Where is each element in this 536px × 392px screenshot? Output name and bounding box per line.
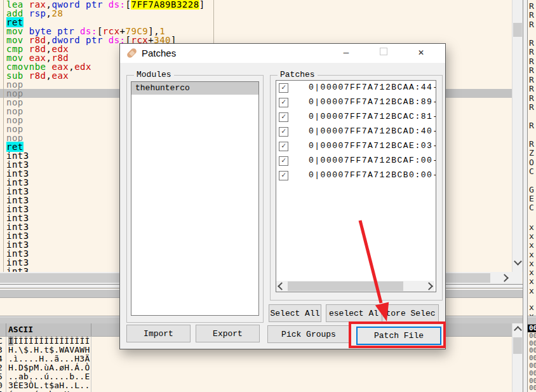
disasm-line[interactable]: ret	[0, 18, 512, 27]
scroll-right-button[interactable]	[498, 272, 511, 284]
disasm-line[interactable]: lea rax,qword ptr ds:[7FF7A89B3228]	[0, 0, 512, 9]
dump-row[interactable]: 5..ab...ú....b..E	[0, 372, 512, 381]
patch-list-item[interactable]: ✓0|00007FF7A712BCAA:44-	[276, 81, 436, 95]
patch-list-item[interactable]: ✓0|00007FF7A712BCAF:00-	[276, 154, 436, 168]
ascii-text: ÌÌÌÌÌÌÌÌÌÌÌÌÌÌÌÌ	[8, 337, 90, 346]
register-label-fragment: x	[529, 302, 534, 312]
patch-checkbox[interactable]: ✓	[279, 112, 288, 122]
chevron-right-icon	[500, 274, 509, 282]
patch-item-text: 0|00007FF7A712BCB0:00-	[309, 170, 436, 180]
disasm-token: 28	[51, 8, 63, 18]
register-label-fragment: x	[529, 222, 534, 232]
register-label-fragment: x	[529, 276, 534, 286]
patch-item-text: 0|00007FF7A712BCAF:00-	[309, 156, 436, 165]
patch-list-item[interactable]: ✓0|00007FF7A712BCB0:00-	[276, 168, 436, 183]
patch-list-item[interactable]: ✓0|00007FF7A712BCAC:81-	[276, 110, 436, 125]
dump-vscrollbar[interactable]	[512, 323, 523, 392]
gutter-separator	[3, 0, 4, 272]
close-button[interactable]: ✕	[413, 44, 429, 62]
modules-listbox[interactable]: thehunterco	[131, 81, 259, 316]
import-button[interactable]: Import	[126, 325, 191, 342]
register-label-fragment: x	[529, 259, 534, 268]
register-label-fragment: x	[529, 231, 534, 241]
patches-listbox[interactable]: ✓0|00007FF7A712BCAA:44-✓0|00007FF7A712BC…	[276, 80, 436, 292]
register-label-fragment: x	[529, 240, 534, 250]
disasm-token: eax	[51, 71, 69, 81]
restore-selected-button[interactable]: tore Selec	[382, 304, 439, 322]
patch-item-text: 0|00007FF7A712BCAA:44-	[309, 83, 436, 92]
export-button[interactable]: Export	[196, 325, 260, 342]
header-cell-separator	[6, 323, 6, 336]
patches-hscrollbar[interactable]	[276, 281, 434, 292]
register-label-fragment: R	[529, 10, 534, 20]
register-label-fragment: C	[529, 203, 534, 212]
register-label-fragment: Z	[529, 148, 534, 158]
patch-list-item[interactable]: ✓0|00007FF7A712BCAD:40-	[276, 125, 436, 139]
stack-row-fragment[interactable]: 00	[528, 332, 536, 340]
disasm-token: ,	[69, 62, 74, 72]
patch-item-text: 0|00007FF7A712BCAC:81-	[309, 112, 436, 121]
disasm-line[interactable]: mov byte ptr ds:[rcx+79C9],1	[0, 27, 512, 36]
register-label-fragment: x	[529, 250, 534, 259]
patches-dialog: Patches — ✕ Modules thehunterco Patches …	[119, 43, 446, 349]
dump-row[interactable]: 03ÉE3ÒL.t$aH..L..	[0, 381, 512, 390]
maximize-icon	[380, 48, 387, 55]
stack-panel-fragment[interactable]: 000000000000000000	[528, 323, 536, 392]
chevron-down-icon	[514, 257, 522, 266]
scroll-down-button[interactable]	[513, 255, 523, 267]
module-list-item[interactable]: thehunterco	[131, 82, 258, 95]
ascii-text: ..ab...ú....b..E	[8, 372, 90, 381]
selected-byte[interactable]: Ì	[8, 337, 13, 346]
scroll-left-button[interactable]	[276, 281, 287, 292]
disasm-token: ]	[199, 0, 205, 10]
scroll-right-button[interactable]	[424, 281, 434, 292]
hex-fragment: 5	[0, 372, 6, 381]
hex-fragment: C	[0, 337, 6, 346]
register-label-fragment: R	[529, 139, 534, 149]
disasm-vscrollbar[interactable]	[512, 0, 523, 272]
stack-row-fragment[interactable]: 00	[528, 370, 536, 377]
disasm-token: r8d	[29, 71, 46, 81]
dialog-title: Patches	[142, 48, 176, 58]
pick-groups-button[interactable]: Pick Groups	[267, 325, 350, 343]
patch-checkbox[interactable]: ✓	[279, 142, 288, 151]
register-label-fragment: x	[529, 267, 534, 277]
chevron-up-icon	[514, 326, 522, 334]
ascii-column-header: ASCII	[8, 325, 33, 334]
stack-row-fragment[interactable]: 00	[528, 384, 536, 392]
dialog-title-bar[interactable]: Patches — ✕	[120, 44, 445, 63]
register-label-fragment: G	[529, 185, 534, 194]
patches-hscroll-thumb[interactable]	[288, 281, 403, 291]
register-label-fragment: R	[529, 93, 534, 103]
header-cell-separator	[91, 323, 91, 336]
select-all-button[interactable]: Select All	[269, 304, 321, 322]
disasm-vscroll-thumb[interactable]	[513, 23, 522, 37]
deselect-all-button[interactable]: eselect Al	[326, 304, 382, 322]
scroll-up-button[interactable]	[513, 325, 523, 335]
minimize-button[interactable]: —	[338, 44, 354, 62]
disasm-token: rsp	[29, 8, 46, 18]
dump-row[interactable]: 2H.D$pM.ùA.øH.Á.Ò	[0, 363, 512, 372]
patch-list-item[interactable]: ✓0|00007FF7A712BCAE:03-	[276, 139, 436, 154]
dump-vscroll-thumb[interactable]	[513, 337, 522, 354]
patch-checkbox[interactable]: ✓	[279, 127, 288, 137]
maximize-button[interactable]	[375, 44, 392, 62]
patch-list-item[interactable]: ✓0|00007FF7A712BCAB:89-	[276, 95, 436, 110]
ascii-text: .ì....H..ã...H3Ä	[8, 355, 90, 363]
dump-row[interactable]: 4.ì....H..ã...H3Ä	[0, 355, 512, 363]
hex-fragment: 3	[0, 346, 6, 355]
patch-checkbox[interactable]: ✓	[279, 171, 288, 180]
register-label-fragment: R	[529, 121, 534, 130]
register-label-fragment: C	[529, 166, 534, 176]
patch-checkbox[interactable]: ✓	[279, 156, 288, 166]
registers-panel-fragment: RRRRRRRRRRRRRZOCGECxxxxxxxxxx	[528, 0, 536, 316]
disasm-line[interactable]: add rsp,28	[0, 9, 512, 18]
x64dbg-window: lea rax,qword ptr ds:[7FF7A89B3228]add r…	[0, 0, 536, 392]
patch-checkbox[interactable]: ✓	[279, 98, 288, 107]
dump-column-separator	[91, 337, 91, 392]
patch-checkbox[interactable]: ✓	[279, 83, 288, 93]
dump-column-separator	[6, 337, 6, 392]
register-label-fragment: O	[529, 158, 534, 167]
patches-group-label: Patches	[278, 71, 318, 79]
register-label-fragment: x	[529, 286, 534, 295]
